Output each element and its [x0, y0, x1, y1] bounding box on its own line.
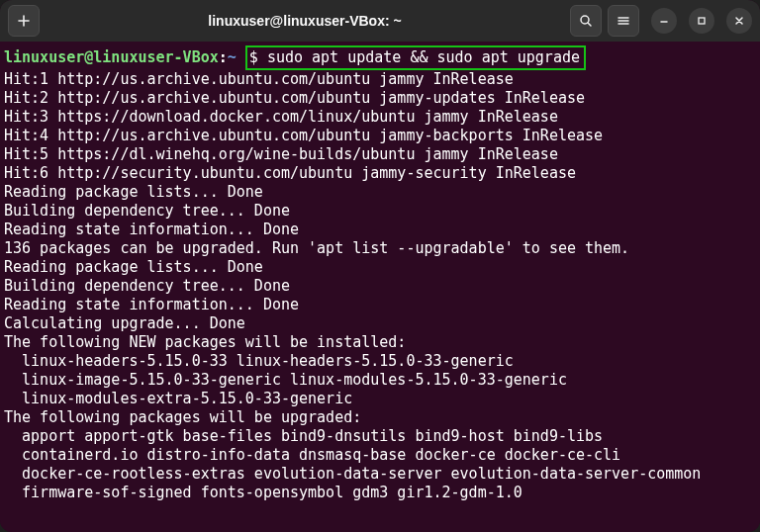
- output-line: docker-ce-rootless-extras evolution-data…: [4, 465, 754, 484]
- output-line: Building dependency tree... Done: [4, 202, 754, 221]
- output-line: 136 packages can be upgraded. Run 'apt l…: [4, 239, 754, 258]
- output-line: linux-headers-5.15.0-33 linux-headers-5.…: [4, 352, 754, 371]
- terminal-window: linuxuser@linuxuser-VBox: ~ linuxuser@li…: [0, 0, 760, 532]
- output-line: Calculating upgrade... Done: [4, 314, 754, 333]
- output-line: containerd.io distro-info-data dnsmasq-b…: [4, 446, 754, 465]
- output-line: Reading package lists... Done: [4, 258, 754, 277]
- output-line: Hit:5 https://dl.winehq.org/wine-builds/…: [4, 145, 754, 164]
- output-line: linux-modules-extra-5.15.0-33-generic: [4, 390, 754, 408]
- prompt-user-host: linuxuser@linuxuser-VBox: [4, 48, 219, 66]
- output-line: Building dependency tree... Done: [4, 277, 754, 296]
- output-line: The following NEW packages will be insta…: [4, 333, 754, 352]
- output-line: Hit:4 http://us.archive.ubuntu.com/ubunt…: [4, 127, 754, 145]
- output-line: Reading package lists... Done: [4, 183, 754, 202]
- svg-rect-1: [699, 18, 705, 24]
- output-line: apport apport-gtk base-files bind9-dnsut…: [4, 427, 754, 446]
- output-line: Hit:1 http://us.archive.ubuntu.com/ubunt…: [4, 70, 754, 89]
- titlebar: linuxuser@linuxuser-VBox: ~: [0, 0, 760, 42]
- output-line: firmware-sof-signed fonts-opensymbol gdm…: [4, 484, 754, 502]
- output-line: linux-image-5.15.0-33-generic linux-modu…: [4, 371, 754, 390]
- menu-button[interactable]: [608, 5, 639, 37]
- output-line: Hit:2 http://us.archive.ubuntu.com/ubunt…: [4, 89, 754, 108]
- output-line: Hit:3 https://download.docker.com/linux/…: [4, 108, 754, 127]
- terminal-body[interactable]: linuxuser@linuxuser-VBox:~ $ sudo apt up…: [0, 42, 760, 532]
- minimize-button[interactable]: [651, 8, 677, 34]
- output-line: Reading state information... Done: [4, 221, 754, 239]
- output-line: The following packages will be upgraded:: [4, 408, 754, 427]
- output-line: Reading state information... Done: [4, 296, 754, 314]
- prompt-sep: :: [219, 48, 228, 66]
- close-button[interactable]: [726, 8, 752, 34]
- terminal-output: Hit:1 http://us.archive.ubuntu.com/ubunt…: [4, 70, 754, 502]
- maximize-button[interactable]: [689, 8, 714, 34]
- window-title: linuxuser@linuxuser-VBox: ~: [178, 13, 431, 29]
- new-tab-button[interactable]: [8, 5, 40, 37]
- search-button[interactable]: [570, 5, 602, 37]
- output-line: Hit:6 http://security.ubuntu.com/ubuntu …: [4, 164, 754, 183]
- prompt-cwd: ~: [228, 48, 237, 66]
- command-highlight: $ sudo apt update && sudo apt upgrade: [245, 45, 586, 70]
